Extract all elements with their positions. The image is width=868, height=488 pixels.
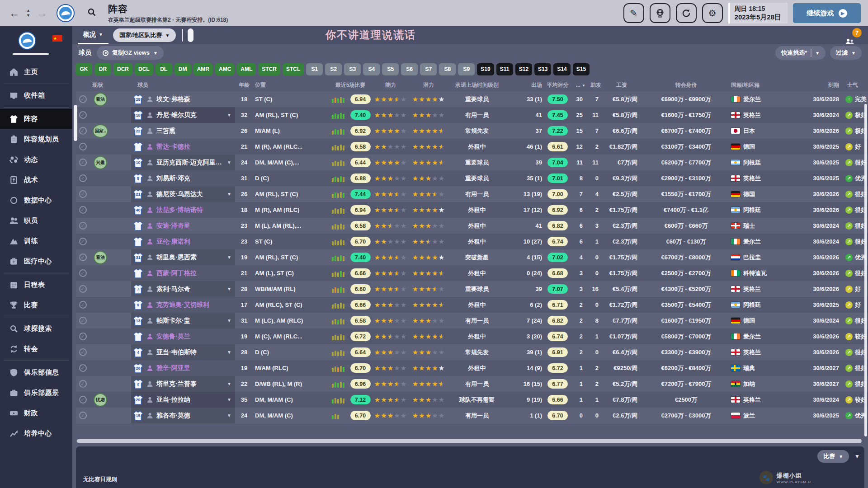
sidebar-item-inbox[interactable]: 收件箱 <box>0 85 72 106</box>
player-name[interactable]: 索利·马尔奇 <box>156 285 190 293</box>
header-value[interactable]: 转会身价 <box>642 81 730 89</box>
row-check-icon[interactable]: ✓ <box>79 174 87 182</box>
row-check-icon[interactable]: ✓ <box>79 380 87 388</box>
header-ability[interactable]: 能力 <box>372 81 410 89</box>
player-expand-icon[interactable]: ▼ <box>227 350 231 355</box>
horizontal-scrollbar[interactable] <box>77 439 862 443</box>
sidebar-item-schedule[interactable]: 日程表 <box>0 275 72 295</box>
player-row[interactable]: ✓雷达·卡德拉21M (R), AM (RLC...6.58★★★★★★★★★★… <box>76 139 868 155</box>
player-name[interactable]: 雷达·卡德拉 <box>156 143 190 151</box>
header-nation[interactable]: 国籍/地区籍 <box>730 81 789 89</box>
position-filter-s9[interactable]: S9 <box>458 63 475 75</box>
position-filter-s2[interactable]: S2 <box>325 63 342 75</box>
row-check-icon[interactable]: ✓ <box>79 238 87 245</box>
world-button[interactable] <box>650 3 670 23</box>
position-filter-amc[interactable]: AMC <box>215 63 235 75</box>
player-expand-icon[interactable]: ▼ <box>227 318 231 323</box>
player-name[interactable]: 塔里克·兰普泰 <box>156 380 197 388</box>
row-check-icon[interactable]: ✓ <box>79 222 87 230</box>
position-filter-dm[interactable]: DM <box>175 63 191 75</box>
row-check-icon[interactable]: ✓ <box>79 396 87 404</box>
player-row[interactable]: ✓13帕斯卡尔·盖▼31M (LC), AM (RLC)6.58★★★★★★★★… <box>76 313 868 328</box>
player-name[interactable]: 亚历克西斯·迈克阿里斯特 <box>156 159 224 167</box>
header-playtime[interactable]: 承诺上场时间级别 <box>448 81 506 89</box>
position-filter-aml[interactable]: AML <box>237 63 256 75</box>
tab-overview[interactable]: 概况▼ <box>78 26 108 44</box>
player-row[interactable]: ✓西蒙·阿丁格拉21AM (L), ST (C)6.66★★★★★★★★★★★★… <box>76 265 868 281</box>
player-row[interactable]: ✓看法28埃文·弗格森18ST (C)6.94★★★★★★★★★★★重要球员33… <box>76 91 868 107</box>
sidebar-item-dynamics[interactable]: 动态 <box>0 150 72 170</box>
row-check-icon[interactable]: ✓ <box>79 269 87 277</box>
row-check-icon[interactable]: ✓ <box>79 95 87 103</box>
notification-widget[interactable]: 7 <box>845 28 862 44</box>
player-row[interactable]: ✓40法昆多·博纳诺特18M (R), AM (RLC)6.94★★★★★★★★… <box>76 202 868 218</box>
continue-button[interactable]: 继续游戏 ▶ <box>793 3 861 23</box>
position-filter-s11[interactable]: S11 <box>496 63 513 75</box>
position-filter-dcl[interactable]: DCL <box>135 63 153 75</box>
tab-scroll-pill[interactable] <box>188 28 193 42</box>
header-assists[interactable]: 助攻 <box>585 81 601 89</box>
club-crest[interactable] <box>57 4 75 22</box>
row-check-icon[interactable]: ✓ <box>79 348 87 356</box>
position-filter-s12[interactable]: S12 <box>515 63 532 75</box>
row-check-icon[interactable]: ✓ <box>79 190 87 198</box>
forward-arrow-icon[interactable]: → <box>37 8 47 19</box>
status-badge[interactable]: 看法 <box>94 93 107 106</box>
position-filter-s3[interactable]: S3 <box>344 63 361 75</box>
header-morale[interactable]: 士气 <box>845 81 868 89</box>
player-row[interactable]: ✓国家..22三笘熏26M/AM (L)6.92★★★★★★★★★★★常规先发3… <box>76 123 868 139</box>
header-expiry[interactable]: 到期 <box>789 81 845 89</box>
player-name[interactable]: 德尼茨·乌恩达夫 <box>156 190 203 198</box>
position-filter-s15[interactable]: S15 <box>573 63 590 75</box>
header-position[interactable]: 位置 <box>253 81 329 89</box>
sidebar-item-scouting[interactable]: 球探搜索 <box>0 319 72 339</box>
player-name[interactable]: 亚当·拉拉纳 <box>156 396 190 404</box>
row-check-icon[interactable]: ✓ <box>79 159 87 166</box>
row-check-icon[interactable]: ✓ <box>79 206 87 214</box>
header-age[interactable]: 年龄 <box>235 81 253 89</box>
header-wage[interactable]: 工资 <box>601 81 642 89</box>
player-row[interactable]: ✓看法31胡里奥·恩西索▼19AM (RL), ST (C)7.40★★★★★★… <box>76 249 868 265</box>
player-expand-icon[interactable]: ▼ <box>227 397 231 402</box>
player-row[interactable]: ✓18丹尼·维尔贝克▼32AM (RL), ST (C)7.40★★★★★★★★… <box>76 107 868 123</box>
player-row[interactable]: ✓忧虑20亚当·拉拉纳▼35DM, M/AM (C)7.12★★★★★★★★★★… <box>76 392 868 408</box>
position-filter-s10[interactable]: S10 <box>477 63 494 75</box>
player-row[interactable]: ✓2塔里克·兰普泰▼22D/WB (RL), M (R)6.96★★★★★★★★… <box>76 376 868 392</box>
player-row[interactable]: ✓26雅辛·阿亚里19M/AM (RLC)6.70★★★★★★★★★★外租中14… <box>76 360 868 376</box>
player-name[interactable]: 埃文·弗格森 <box>156 95 190 103</box>
header-avg-rating[interactable]: 平均评分 <box>545 81 571 89</box>
row-check-icon[interactable]: ✓ <box>79 143 87 150</box>
row-check-icon[interactable]: ✓ <box>79 412 87 419</box>
position-filter-s6[interactable]: S6 <box>401 63 418 75</box>
player-name[interactable]: 刘易斯·邓克 <box>156 174 190 183</box>
player-name[interactable]: 安迪·泽奇里 <box>156 222 190 230</box>
player-expand-icon[interactable]: ▼ <box>227 381 231 386</box>
row-check-icon[interactable]: ✓ <box>79 111 87 119</box>
player-name[interactable]: 三笘熏 <box>156 127 175 135</box>
position-filter-s4[interactable]: S4 <box>363 63 380 75</box>
position-filter-s5[interactable]: S5 <box>382 63 399 75</box>
row-check-icon[interactable]: ✓ <box>79 333 87 340</box>
position-filter-s7[interactable]: S7 <box>420 63 437 75</box>
header-status[interactable]: 现状 <box>76 81 111 89</box>
sidebar-item-matches[interactable]: 比赛 <box>0 295 72 315</box>
position-filter-dcr[interactable]: DCR <box>113 63 132 75</box>
view-selector[interactable]: 复制GZ views ▼ <box>97 46 164 60</box>
status-badge[interactable]: 忧虑 <box>94 393 107 407</box>
sidebar-item-medical[interactable]: 医疗中心 <box>0 251 72 272</box>
player-expand-icon[interactable]: ▼ <box>227 413 231 418</box>
player-name[interactable]: 胡里奥·恩西索 <box>156 253 197 262</box>
player-row[interactable]: ✓安迪·泽奇里23M (L), AM (RL),...6.58★★★★★★★★★… <box>76 218 868 234</box>
position-filter-s13[interactable]: S13 <box>534 63 551 75</box>
sidebar-item-finances[interactable]: 财政 <box>0 403 72 423</box>
player-row[interactable]: ✓15雅各布·莫德▼24DM, M/AM (C)6.70★★★★★★★★★★有用… <box>76 408 868 423</box>
player-name[interactable]: 安德鲁·莫兰 <box>156 333 190 341</box>
match-dropdown[interactable]: 比赛▼ <box>817 450 849 463</box>
player-row[interactable]: ✓9克劳迪奥·艾切维利17AM (RLC), ST (C)6.66★★★★★★★… <box>76 297 868 313</box>
player-row[interactable]: ✓21德尼茨·乌恩达夫▼26AM (RL), ST (C)7.44★★★★★★★… <box>76 186 868 202</box>
position-filter-amr[interactable]: AMR <box>193 63 213 75</box>
notes-button[interactable]: ✎ <box>623 3 644 23</box>
status-badge[interactable]: 兴趣 <box>94 156 107 169</box>
row-check-icon[interactable]: ✓ <box>79 364 87 372</box>
player-name[interactable]: 雅辛·阿亚里 <box>156 364 190 372</box>
